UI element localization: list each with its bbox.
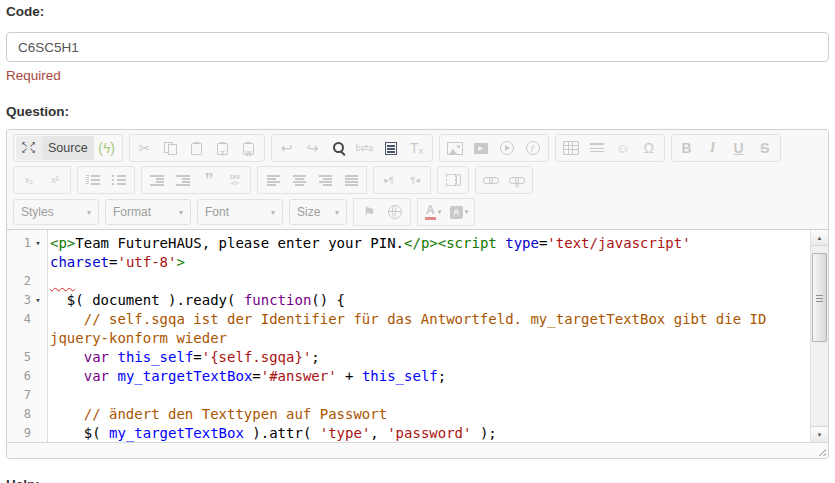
outdent-icon bbox=[150, 175, 164, 186]
justify-center-icon bbox=[293, 175, 306, 186]
paste-word-overlay-icon: W bbox=[245, 150, 252, 157]
line-gutter: 6 bbox=[7, 367, 47, 386]
cut-button[interactable]: ✂ bbox=[132, 136, 158, 160]
toolbar-row: Styles▾Format▾Font▾Size▾⚑▾▾ bbox=[7, 196, 828, 228]
table-button[interactable] bbox=[558, 136, 584, 160]
justify-right-button[interactable] bbox=[312, 168, 338, 192]
find-button[interactable] bbox=[326, 136, 352, 160]
outdent-button[interactable] bbox=[144, 168, 170, 192]
paste-button[interactable] bbox=[184, 136, 210, 160]
justify-center-button[interactable] bbox=[286, 168, 312, 192]
line-number: 6 bbox=[7, 367, 31, 386]
underline-button[interactable]: U bbox=[726, 136, 752, 160]
fold-arrow-icon[interactable]: ▾ bbox=[31, 291, 45, 310]
line-gutter: 3▾ bbox=[7, 291, 47, 310]
toolbar-group: ” bbox=[141, 166, 251, 194]
paste-word-button[interactable]: W bbox=[236, 136, 262, 160]
subscript-button[interactable]: x₂ bbox=[16, 168, 42, 192]
cut-icon: ✂ bbox=[139, 141, 151, 155]
redo-button[interactable]: ↪ bbox=[300, 136, 326, 160]
code-input[interactable] bbox=[6, 32, 829, 62]
source-code-area[interactable]: 1▾<p>Team FutureHAUS, please enter your … bbox=[7, 230, 828, 442]
justify-block-button[interactable] bbox=[338, 168, 364, 192]
vertical-scrollbar[interactable]: ▲ ▼ bbox=[810, 230, 828, 442]
undo-button[interactable]: ↩ bbox=[274, 136, 300, 160]
justify-left-button[interactable] bbox=[260, 168, 286, 192]
code-token: 'password' bbox=[387, 425, 471, 441]
image-button[interactable] bbox=[442, 136, 468, 160]
link-button[interactable] bbox=[478, 168, 504, 192]
remove-format-button[interactable]: Tₓ bbox=[404, 136, 430, 160]
italic-icon: I bbox=[710, 141, 715, 155]
bg-color-icon bbox=[450, 206, 463, 219]
line-number: 9 bbox=[7, 424, 31, 442]
bulleted-list-button[interactable] bbox=[106, 168, 132, 192]
create-div-button[interactable] bbox=[222, 168, 248, 192]
flash-icon bbox=[526, 141, 540, 155]
code-lines: 1▾<p>Team FutureHAUS, please enter your … bbox=[7, 230, 810, 442]
bold-button[interactable]: B bbox=[674, 136, 700, 160]
scrollbar-thumb[interactable] bbox=[812, 253, 827, 342]
smiley-button[interactable]: ☺ bbox=[610, 136, 636, 160]
scroll-up-icon[interactable]: ▲ bbox=[811, 230, 828, 246]
blockquote-button[interactable]: ” bbox=[196, 168, 222, 192]
numbered-list-button[interactable] bbox=[80, 168, 106, 192]
chevron-down-icon: ▾ bbox=[465, 208, 469, 216]
code-token: ; bbox=[438, 368, 446, 384]
indent-button[interactable] bbox=[170, 168, 196, 192]
code-text: // self.sgqa ist der Identifier für das … bbox=[47, 310, 810, 348]
font-dropdown[interactable]: Font▾ bbox=[197, 199, 283, 225]
styles-dropdown[interactable]: Styles▾ bbox=[13, 199, 99, 225]
code-token: 'text/javascript' bbox=[547, 235, 690, 251]
toolbar-group bbox=[437, 166, 469, 194]
resize-grip-icon[interactable] bbox=[816, 446, 826, 456]
replace-button[interactable]: b⇄a bbox=[352, 136, 378, 160]
format-dropdown[interactable]: Format▾ bbox=[105, 199, 191, 225]
undo-icon: ↩ bbox=[281, 141, 293, 155]
code-token bbox=[50, 368, 84, 384]
maximize-button[interactable] bbox=[16, 136, 42, 160]
line-gutter: 1▾ bbox=[7, 234, 47, 272]
size-dropdown[interactable]: Size▾ bbox=[289, 199, 347, 225]
unlink-button[interactable]: × bbox=[504, 168, 530, 192]
special-char-button[interactable]: Ω bbox=[636, 136, 662, 160]
code-line: 6 var my_targetTextBox='#answer' + this_… bbox=[7, 367, 810, 386]
copy-button[interactable] bbox=[158, 136, 184, 160]
source-button[interactable]: Source bbox=[42, 136, 94, 160]
code-line: 2 bbox=[7, 272, 810, 291]
strikethrough-button[interactable]: S bbox=[752, 136, 778, 160]
placeholder-button[interactable] bbox=[440, 168, 466, 192]
bg-color-button[interactable]: ▾ bbox=[446, 200, 472, 224]
toolbar-group: Font▾ bbox=[197, 198, 283, 226]
horizontal-rule-button[interactable] bbox=[584, 136, 610, 160]
format-label: Format bbox=[113, 205, 151, 219]
unlink-overlay-icon: × bbox=[515, 182, 519, 189]
code-token: '#answer' bbox=[261, 368, 337, 384]
source-label: Source bbox=[42, 141, 94, 155]
text-color-button[interactable]: ▾ bbox=[420, 200, 446, 224]
select-all-button[interactable] bbox=[378, 136, 404, 160]
bidi-rtl-button[interactable]: ¶◂ bbox=[402, 168, 428, 192]
flag-button[interactable]: ⚑ bbox=[356, 200, 382, 224]
bidi-ltr-button[interactable]: ▸¶ bbox=[376, 168, 402, 192]
embed-media-button[interactable] bbox=[468, 136, 494, 160]
smiley-icon: ☺ bbox=[615, 141, 629, 155]
line-gutter: 7 bbox=[7, 386, 47, 405]
globe-button[interactable] bbox=[382, 200, 408, 224]
toolbar-group bbox=[257, 166, 367, 194]
auto-format-button[interactable]: (ϟ) bbox=[94, 136, 120, 160]
italic-button[interactable]: I bbox=[700, 136, 726, 160]
scroll-down-icon[interactable]: ▼ bbox=[811, 426, 828, 442]
toolbar-row: x₂x²”▸¶¶◂× bbox=[7, 164, 828, 196]
code-line: 5 var this_self='{self.sgqa}'; bbox=[7, 348, 810, 367]
paste-text-button[interactable]: T bbox=[210, 136, 236, 160]
remove-format-icon: Tₓ bbox=[410, 141, 423, 155]
superscript-button[interactable]: x² bbox=[42, 168, 68, 192]
code-token bbox=[50, 406, 84, 422]
maximize-icon bbox=[21, 142, 36, 154]
line-number: 5 bbox=[7, 348, 31, 367]
fold-arrow-icon[interactable]: ▾ bbox=[31, 234, 45, 253]
flash-button[interactable] bbox=[520, 136, 546, 160]
media-play-button[interactable] bbox=[494, 136, 520, 160]
toolbar-group: ↩↪b⇄aTₓ bbox=[271, 134, 433, 162]
